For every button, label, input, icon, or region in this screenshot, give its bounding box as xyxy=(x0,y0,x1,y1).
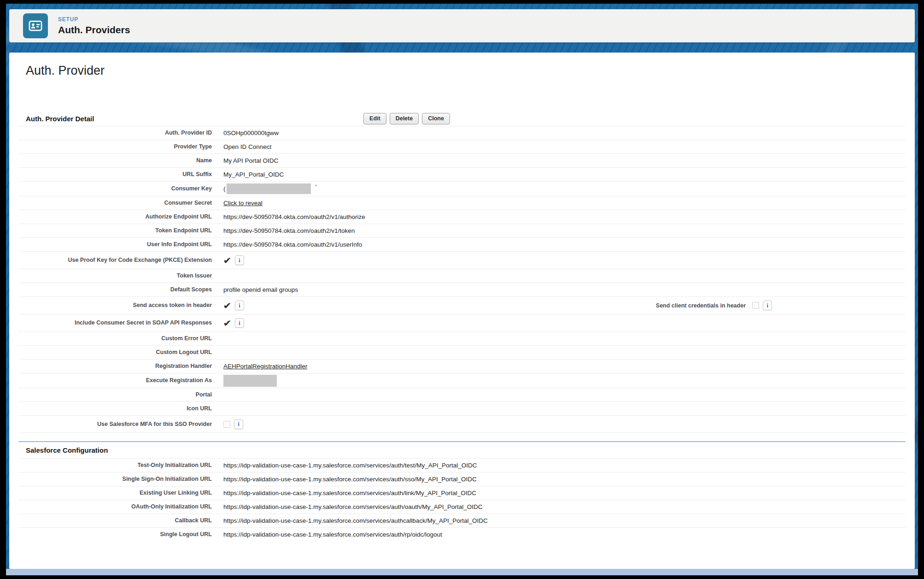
detail-action-buttons: EditDeleteClone xyxy=(9,112,850,124)
field-label: Custom Error URL xyxy=(18,335,223,342)
field-row: URL SuffixMy_API_Portal_OIDC xyxy=(18,167,906,181)
consumer-secret-reveal-link[interactable]: Click to reveal xyxy=(223,200,263,207)
field-label: Token Endpoint URL xyxy=(18,227,223,234)
checkbox-checked-icon: ✔ xyxy=(223,301,231,310)
detail-field-table: Auth. Provider ID0SOHp000000tgwwProvider… xyxy=(18,126,906,433)
field-row: Provider TypeOpen ID Connect xyxy=(18,140,906,154)
field-label: Provider Type xyxy=(18,143,223,150)
field-label: Custom Logout URL xyxy=(18,349,223,355)
field-row: NameMy API Portal OIDC xyxy=(18,154,906,167)
field-value: https://dev-50950784.okta.com/oauth2/v1/… xyxy=(223,241,362,248)
checkbox-checked-icon: ✔ xyxy=(223,256,231,265)
field-label: Use Proof Key for Code Exchange (PKCE) E… xyxy=(18,257,223,263)
field-value-cell: My_API_Portal_OIDC xyxy=(223,171,906,178)
field-label: Auth. Provider ID xyxy=(18,130,223,136)
field-row: Default Scopesprofile openid email group… xyxy=(18,283,906,296)
info-icon[interactable]: i xyxy=(763,301,772,310)
field-value: https://idp-validation-use-case-1.my.sal… xyxy=(223,462,477,469)
field-label: Name xyxy=(18,157,223,164)
clone-button[interactable]: Clone xyxy=(422,113,450,124)
field-row: Execute Registration As xyxy=(18,373,906,388)
field-value-cell: i xyxy=(223,419,906,429)
field-value-cell: ✔iSend client credentials in headeri xyxy=(223,301,906,310)
field-value: 0SOHp000000tgww xyxy=(223,130,279,136)
field-label: URL Suffix xyxy=(18,171,223,177)
salesforce-configuration-table: Test-Only Initialization URLhttps://idp-… xyxy=(18,458,906,541)
field-value-cell: https://dev-50950784.okta.com/oauth2/v1/… xyxy=(223,227,906,234)
field-label: Existing User Linking URL xyxy=(18,490,223,496)
field-value: https://dev-50950784.okta.com/oauth2/v1/… xyxy=(223,213,365,220)
field-row: Callback URLhttps://idp-validation-use-c… xyxy=(18,514,906,527)
field-value-cell: My API Portal OIDC xyxy=(223,157,906,164)
auth-provider-detail-card: Auth. Provider Auth. Provider Detail Edi… xyxy=(9,53,915,569)
field-value-cell: ✔i xyxy=(223,255,906,265)
field-label: Callback URL xyxy=(18,517,223,524)
right-column-field: Send client credentials in headeri xyxy=(656,301,906,310)
field-value-cell: ✔i xyxy=(223,318,906,328)
setup-eyebrow: SETUP xyxy=(58,16,130,23)
field-value: https://idp-validation-use-case-1.my.sal… xyxy=(223,490,476,496)
field-value: https://idp-validation-use-case-1.my.sal… xyxy=(223,476,477,483)
field-row: Custom Logout URL xyxy=(18,345,906,359)
field-value-cell: https://idp-validation-use-case-1.my.sal… xyxy=(223,476,906,483)
field-value: My_API_Portal_OIDC xyxy=(223,171,284,178)
field-value: Open ID Connect xyxy=(223,143,271,150)
field-label: Token Issuer xyxy=(18,272,223,279)
info-icon[interactable]: i xyxy=(235,255,244,265)
card-gap xyxy=(9,42,915,53)
field-label: Include Consumer Secret in SOAP API Resp… xyxy=(18,319,223,326)
field-value-cell: Click to reveal xyxy=(223,200,906,207)
info-icon[interactable]: i xyxy=(235,318,244,328)
auth-providers-icon xyxy=(23,13,48,38)
field-label: Single Sign-On Initialization URL xyxy=(18,476,223,482)
field-value-cell: https://idp-validation-use-case-1.my.sal… xyxy=(223,490,906,496)
field-value-cell xyxy=(223,375,906,387)
field-label: Registration Handler xyxy=(18,363,223,369)
field-label: Default Scopes xyxy=(18,286,223,293)
info-icon[interactable]: i xyxy=(235,301,244,310)
salesforce-configuration-section: Salesforce Configuration Test-Only Initi… xyxy=(18,441,906,541)
field-row: Single Logout URLhttps://idp-validation-… xyxy=(18,527,906,541)
info-icon[interactable]: i xyxy=(234,419,243,429)
field-value-cell: (' xyxy=(223,183,906,194)
field-value-cell: AEHPortalRegistrationHandler xyxy=(223,363,906,370)
field-row: OAuth-Only Initialization URLhttps://idp… xyxy=(18,500,906,514)
field-value-cell: https://dev-50950784.okta.com/oauth2/v1/… xyxy=(223,213,906,220)
field-value-cell: profile openid email groups xyxy=(223,286,906,293)
field-row: Existing User Linking URLhttps://idp-val… xyxy=(18,486,906,500)
field-row: Token Issuer xyxy=(18,269,906,283)
field-row: Consumer Key(' xyxy=(18,181,906,196)
salesforce-configuration-title: Salesforce Configuration xyxy=(18,446,906,454)
field-row: Include Consumer Secret in SOAP API Resp… xyxy=(18,314,906,331)
field-row: Authorize Endpoint URLhttps://dev-509507… xyxy=(18,210,906,224)
checkbox-checked-icon: ✔ xyxy=(223,319,231,328)
field-label: User Info Endpoint URL xyxy=(18,241,223,248)
field-row: Use Proof Key for Code Exchange (PKCE) E… xyxy=(18,251,906,269)
field-value: profile openid email groups xyxy=(223,286,298,293)
field-row: Consumer SecretClick to reveal xyxy=(18,196,906,210)
field-row: Icon URL xyxy=(18,402,906,415)
field-value: https://idp-validation-use-case-1.my.sal… xyxy=(223,531,442,538)
field-value-cell: https://idp-validation-use-case-1.my.sal… xyxy=(223,462,906,469)
field-row: User Info Endpoint URLhttps://dev-509507… xyxy=(18,237,906,251)
field-value: https://idp-validation-use-case-1.my.sal… xyxy=(223,517,488,524)
field-value-cell: https://idp-validation-use-case-1.my.sal… xyxy=(223,531,906,538)
field-label: Consumer Secret xyxy=(18,200,223,206)
checkbox-unchecked xyxy=(223,421,230,428)
field-row: Auth. Provider ID0SOHp000000tgww xyxy=(18,126,906,140)
field-value-cell: https://idp-validation-use-case-1.my.sal… xyxy=(223,517,906,524)
field-label: Test-Only Initialization URL xyxy=(18,462,223,468)
field-row: Test-Only Initialization URLhttps://idp-… xyxy=(18,458,906,472)
registration-handler-link[interactable]: AEHPortalRegistrationHandler xyxy=(223,363,307,370)
page-title: Auth. Provider xyxy=(18,64,906,78)
setup-background: SETUP Auth. Providers Auth. Provider Aut… xyxy=(6,4,918,575)
edit-button[interactable]: Edit xyxy=(363,113,386,124)
field-value: https://idp-validation-use-case-1.my.sal… xyxy=(223,503,483,510)
field-row: Registration HandlerAEHPortalRegistratio… xyxy=(18,359,906,373)
redacted-prefix: ( xyxy=(223,185,226,192)
field-row: Send access token in header✔iSend client… xyxy=(18,296,906,314)
delete-button[interactable]: Delete xyxy=(390,113,419,124)
field-label: Send access token in header xyxy=(18,302,223,308)
checkbox-unchecked xyxy=(752,302,759,309)
field-value: My API Portal OIDC xyxy=(223,157,278,164)
